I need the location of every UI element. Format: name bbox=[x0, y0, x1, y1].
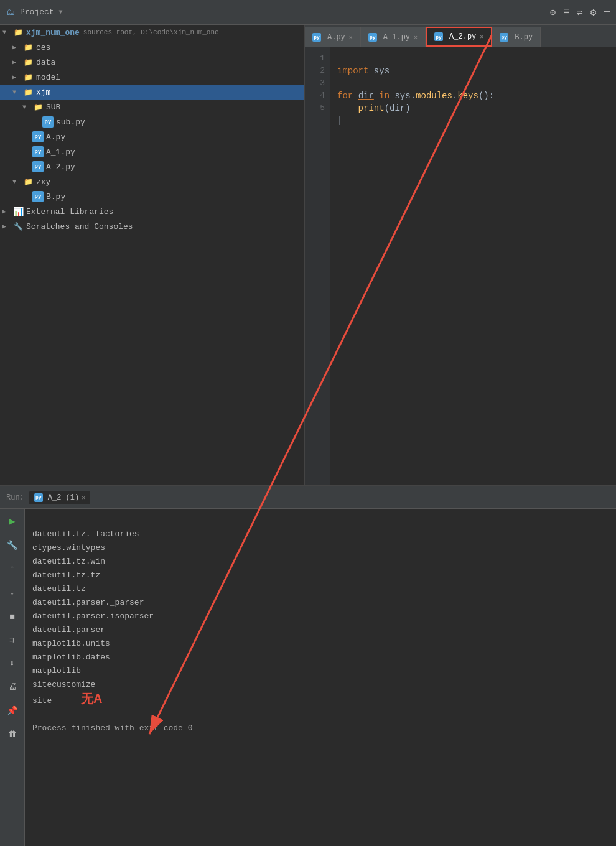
output-line-9: matplotlib.units bbox=[32, 639, 110, 648]
output-line-10: matplotlib.dates bbox=[32, 653, 110, 662]
tab-a1-py-label: A_1.py bbox=[383, 33, 410, 42]
output-line-2: ctypes.wintypes bbox=[32, 543, 105, 552]
tab-b-py-icon: py bbox=[500, 33, 508, 42]
sort-icon[interactable]: ⇌ bbox=[577, 6, 583, 19]
a-py-label: A.py bbox=[46, 132, 65, 142]
sub-folder-icon: 📁 bbox=[32, 101, 44, 113]
run-stop-button[interactable]: ◼ bbox=[4, 607, 21, 625]
model-arrow: ▶ bbox=[12, 73, 22, 81]
code-content[interactable]: import sys for dir in sys.modules.keys()… bbox=[330, 47, 616, 485]
output-line-6: dateutil.parser._parser bbox=[32, 598, 144, 607]
list-icon[interactable]: ≡ bbox=[564, 6, 570, 19]
sidebar-item-model[interactable]: ▶ 📁 model bbox=[0, 70, 304, 85]
run-print-button[interactable]: 🖨 bbox=[4, 678, 21, 695]
b-py-icon: py bbox=[32, 191, 44, 202]
output-line-1: dateutil.tz._factories bbox=[32, 529, 139, 539]
sidebar-item-xjm[interactable]: ▼ 📁 xjm bbox=[0, 85, 304, 100]
sub-py-icon: py bbox=[42, 116, 54, 128]
output-line-12: sitecustomize bbox=[32, 680, 95, 689]
data-label: data bbox=[36, 58, 55, 67]
a-py-icon: py bbox=[32, 131, 44, 142]
minimize-icon[interactable]: — bbox=[604, 6, 610, 19]
tab-a1-py-icon: py bbox=[368, 33, 377, 42]
tab-a-py-close[interactable]: ✕ bbox=[349, 34, 353, 41]
tab-a-py-icon: py bbox=[312, 33, 321, 42]
code-editor[interactable]: 1 2 3 4 5 import sys for dir in sys.modu… bbox=[305, 47, 616, 485]
a1-py-label: A_1.py bbox=[46, 147, 75, 157]
xjm-arrow: ▼ bbox=[12, 89, 22, 96]
sidebar-item-ces[interactable]: ▶ 📁 ces bbox=[0, 40, 304, 55]
b-py-label: B.py bbox=[46, 192, 65, 202]
dropdown-arrow: ▼ bbox=[59, 9, 63, 16]
model-folder-icon: 📁 bbox=[22, 72, 34, 83]
run-sidebar: ▶ 🔧 ↑ ↓ ◼ ⇉ ⬇ 🖨 📌 🗑 bbox=[0, 509, 25, 846]
data-arrow: ▶ bbox=[12, 58, 22, 66]
scratches-icon: 🔧 bbox=[12, 221, 24, 232]
ces-folder-icon: 📁 bbox=[22, 42, 34, 53]
tab-a2-py-close[interactable]: ✕ bbox=[480, 33, 483, 40]
data-folder-icon: 📁 bbox=[22, 57, 34, 68]
top-toolbar: 🗂 Project ▼ ⊕ ≡ ⇌ ⚙ — bbox=[0, 0, 616, 25]
run-panel: Run: py A_2 (1) ✕ ▶ 🔧 ↑ ↓ ◼ ⇉ ⬇ 🖨 📌 🗑 da… bbox=[0, 485, 616, 846]
sidebar-item-zxy[interactable]: ▼ 📁 zxy bbox=[0, 174, 304, 189]
a2-py-label: A_2.py bbox=[46, 162, 75, 172]
output-line-5: dateutil.tz bbox=[32, 584, 86, 593]
run-down-button[interactable]: ↓ bbox=[4, 583, 21, 601]
settings-icon[interactable]: ⚙ bbox=[590, 6, 597, 19]
output-line-7: dateutil.parser.isoparser bbox=[32, 611, 154, 621]
zxy-label: zxy bbox=[36, 177, 50, 187]
sidebar-item-sub-py[interactable]: ▶ py sub.py bbox=[0, 114, 304, 129]
ces-label: ces bbox=[36, 43, 50, 52]
run-wrap-button[interactable]: ⇉ bbox=[4, 631, 21, 648]
output-line-3: dateutil.tz.win bbox=[32, 557, 105, 566]
globe-icon[interactable]: ⊕ bbox=[550, 6, 556, 19]
ces-arrow: ▶ bbox=[12, 44, 22, 51]
editor-area: py A.py ✕ py A_1.py ✕ py A_2.py ✕ py B.p… bbox=[305, 25, 616, 485]
sidebar-item-b-py[interactable]: ▶ py B.py bbox=[0, 189, 304, 204]
tab-a-py[interactable]: py A.py ✕ bbox=[305, 27, 361, 47]
sub-py-label: sub.py bbox=[56, 118, 85, 127]
tab-a1-py[interactable]: py A_1.py ✕ bbox=[361, 27, 426, 47]
scratches-label: Scratches and Consoles bbox=[26, 222, 133, 231]
a2-py-icon: py bbox=[32, 161, 44, 172]
run-play-button[interactable]: ▶ bbox=[4, 513, 21, 530]
run-scroll-button[interactable]: ⬇ bbox=[4, 654, 21, 672]
root-arrow: ▼ bbox=[2, 29, 12, 36]
root-folder-icon: 📁 bbox=[12, 27, 24, 38]
project-label[interactable]: Project bbox=[20, 7, 54, 17]
root-label: xjm_num_one bbox=[26, 28, 80, 37]
run-wrench-button[interactable]: 🔧 bbox=[4, 536, 21, 554]
run-output: dateutil.tz._factories ctypes.wintypes d… bbox=[25, 509, 616, 846]
run-delete-button[interactable]: 🗑 bbox=[4, 725, 21, 743]
run-toolbar: Run: py A_2 (1) ✕ bbox=[0, 486, 616, 509]
tab-a2-py-label: A_2.py bbox=[449, 32, 476, 41]
sub-label: SUB bbox=[46, 103, 60, 112]
tab-a-py-label: A.py bbox=[327, 33, 345, 42]
project-icon: 🗂 bbox=[6, 7, 15, 17]
xjm-label: xjm bbox=[36, 88, 50, 97]
sidebar-item-data[interactable]: ▶ 📁 data bbox=[0, 55, 304, 70]
sidebar-root[interactable]: ▼ 📁 xjm_num_one sources root, D:\code\xj… bbox=[0, 25, 304, 40]
run-up-button[interactable]: ↑ bbox=[4, 560, 21, 577]
sidebar-item-a-py[interactable]: ▶ py A.py bbox=[0, 129, 304, 144]
project-sidebar: ▼ 📁 xjm_num_one sources root, D:\code\xj… bbox=[0, 25, 305, 485]
run-tab[interactable]: py A_2 (1) ✕ bbox=[29, 491, 90, 504]
run-tab-close[interactable]: ✕ bbox=[82, 494, 85, 501]
zxy-arrow: ▼ bbox=[12, 179, 22, 185]
output-line-13: site bbox=[32, 696, 52, 705]
output-line-8: dateutil.parser bbox=[32, 625, 105, 634]
run-pin-button[interactable]: 📌 bbox=[4, 702, 21, 719]
xjm-folder-icon: 📁 bbox=[22, 86, 34, 98]
tab-b-py[interactable]: py B.py bbox=[492, 27, 541, 47]
ext-lib-label: External Libraries bbox=[26, 207, 113, 216]
tab-a2-py[interactable]: py A_2.py ✕ bbox=[426, 27, 492, 47]
output-line-11: matplotlib bbox=[32, 666, 81, 676]
tab-a1-py-close[interactable]: ✕ bbox=[414, 34, 418, 41]
run-layout: ▶ 🔧 ↑ ↓ ◼ ⇉ ⬇ 🖨 📌 🗑 dateutil.tz._factori… bbox=[0, 509, 616, 846]
sidebar-item-ext-lib[interactable]: ▶ 📊 External Libraries bbox=[0, 204, 304, 219]
sidebar-item-a2-py[interactable]: ▶ py A_2.py bbox=[0, 159, 304, 174]
process-finished: Process finished with exit code 0 bbox=[32, 723, 192, 733]
sidebar-item-scratches[interactable]: ▶ 🔧 Scratches and Consoles bbox=[0, 219, 304, 234]
sidebar-item-sub[interactable]: ▼ 📁 SUB bbox=[0, 100, 304, 114]
sidebar-item-a1-py[interactable]: ▶ py A_1.py bbox=[0, 144, 304, 159]
